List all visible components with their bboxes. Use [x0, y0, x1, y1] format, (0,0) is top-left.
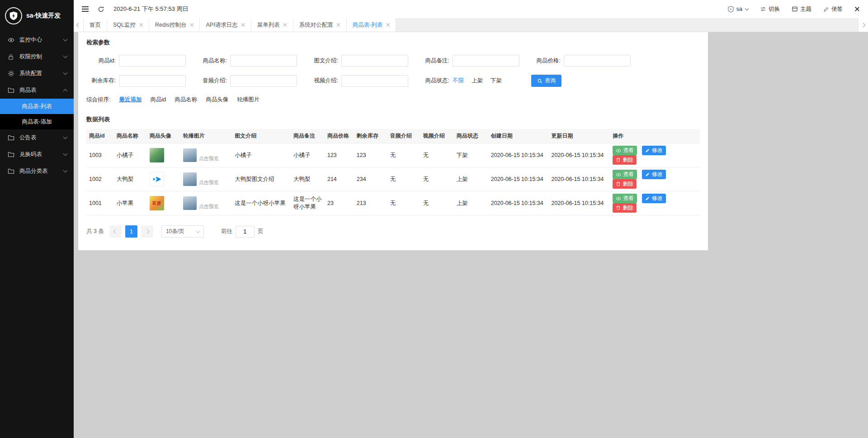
page-size-select[interactable]: 10条/页	[161, 225, 204, 238]
tab-close-icon[interactable]	[337, 23, 340, 27]
carousel-thumbnail-image[interactable]	[183, 172, 197, 186]
tab-redis-console[interactable]: Redis控制台	[149, 18, 200, 32]
menu-collapse-icon[interactable]	[82, 6, 89, 12]
page-number-button[interactable]: 1	[125, 225, 137, 238]
sort-option-avatar[interactable]: 商品头像	[206, 96, 228, 104]
tab-label: 首页	[90, 21, 101, 29]
tab-close-icon[interactable]	[283, 23, 287, 27]
sort-option-product-name[interactable]: 商品名称	[175, 96, 197, 104]
status-option-unlimited[interactable]: 不限	[453, 77, 464, 85]
goto-page-input[interactable]	[236, 226, 255, 238]
remark-input[interactable]	[453, 55, 519, 67]
chevron-down-icon	[63, 54, 68, 58]
product-avatar-image[interactable]: 百货	[150, 196, 164, 210]
tab-api-log[interactable]: API请求日志	[200, 18, 251, 32]
app-logo[interactable]: sa-快速开发	[0, 0, 74, 32]
product-id-input[interactable]	[119, 55, 186, 67]
price-input[interactable]	[564, 55, 631, 67]
prev-page-button[interactable]	[109, 225, 122, 238]
delete-button[interactable]: 删除	[613, 155, 637, 165]
field-label: 商品备注:	[420, 57, 453, 65]
sort-option-product-id[interactable]: 商品id	[150, 96, 166, 104]
tab-goods-list[interactable]: 商品表-列表	[347, 18, 396, 32]
video-intro-input[interactable]	[341, 75, 408, 87]
tab-close-icon[interactable]	[139, 23, 143, 27]
field-label: 商品状态:	[420, 77, 453, 85]
memo-button[interactable]: 便签	[823, 5, 843, 13]
col-price: 商品价格	[325, 129, 354, 143]
col-product-id: 商品id	[86, 129, 114, 143]
switch-button[interactable]: 切换	[760, 5, 780, 13]
field-label: 视频介绍:	[309, 77, 341, 85]
preview-link[interactable]: 点击预览	[199, 179, 219, 186]
theme-icon	[792, 6, 798, 12]
view-button[interactable]: 查看	[613, 170, 637, 179]
audio-intro-input[interactable]	[230, 75, 297, 87]
sort-option-recent[interactable]: 最近添加	[119, 96, 142, 104]
view-button[interactable]: 查看	[613, 194, 637, 203]
tab-menu-list[interactable]: 菜单列表	[251, 18, 293, 32]
product-avatar-image[interactable]	[150, 148, 164, 162]
edit-button-label: 修改	[652, 147, 663, 154]
switch-label: 切换	[769, 5, 780, 13]
sidebar-item-goods-category-table[interactable]: 商品分类表	[0, 163, 74, 180]
delete-button[interactable]: 删除	[613, 203, 637, 213]
tab-close-icon[interactable]	[190, 23, 193, 27]
carousel-thumbnail-image[interactable]	[183, 148, 197, 162]
query-button[interactable]: 查询	[531, 75, 561, 87]
stock-input[interactable]	[119, 75, 186, 87]
cell-remark: 大鸭梨	[291, 167, 325, 191]
sidebar-item-redeem-table[interactable]: 兑换码表	[0, 146, 74, 163]
product-name-input[interactable]	[230, 55, 297, 67]
tab-home[interactable]: 首页	[84, 18, 107, 32]
view-button-label: 查看	[623, 171, 634, 178]
sort-label: 综合排序:	[86, 96, 110, 104]
tab-system-public-config[interactable]: 系统对公配置	[293, 18, 347, 32]
tabs-scroll-left-button[interactable]	[74, 18, 84, 32]
sidebar-item-system-config[interactable]: 系统配置	[0, 65, 74, 82]
close-icon[interactable]	[854, 6, 860, 12]
pencil-icon	[645, 172, 650, 177]
sort-option-carousel[interactable]: 轮播图片	[237, 96, 259, 104]
sidebar-item-permission[interactable]: 权限控制	[0, 48, 74, 65]
sidebar-item-monitor[interactable]: 监控中心	[0, 32, 74, 48]
preview-link[interactable]: 点击预览	[199, 203, 219, 210]
tab-close-icon[interactable]	[386, 23, 390, 27]
tab-label: SQL监控	[113, 21, 136, 29]
table-header-row: 商品id 商品名称 商品头像 轮播图片 图文介绍 商品备注 商品价格 剩余库存 …	[86, 129, 700, 143]
sidebar-item-label: 商品分类表	[19, 167, 64, 175]
col-audio: 音频介绍	[387, 129, 420, 143]
sidebar-item-notice-table[interactable]: 公告表	[0, 129, 74, 146]
tab-sql-monitor[interactable]: SQL监控	[107, 18, 149, 32]
product-avatar-image[interactable]	[150, 172, 164, 186]
chevron-down-icon	[63, 135, 68, 139]
theme-button[interactable]: 主题	[792, 5, 811, 13]
view-button[interactable]: 查看	[613, 146, 637, 155]
col-avatar: 商品头像	[147, 129, 180, 143]
shield-logo-icon	[5, 7, 22, 24]
status-option-on-shelf[interactable]: 上架	[472, 77, 483, 85]
sidebar-subitem-goods-list[interactable]: 商品表-列表	[0, 99, 74, 114]
tab-close-icon[interactable]	[241, 23, 245, 27]
status-option-off-shelf[interactable]: 下架	[491, 77, 502, 85]
sidebar-item-goods-table[interactable]: 商品表	[0, 82, 74, 99]
edit-button[interactable]: 修改	[642, 194, 666, 203]
avatar-label: 百货	[152, 200, 161, 206]
preview-link[interactable]: 点击预览	[199, 155, 219, 162]
tabs-scroll-right-button[interactable]	[858, 18, 868, 32]
sidebar-subitem-goods-add[interactable]: 商品表-添加	[0, 114, 74, 129]
edit-button[interactable]: 修改	[642, 170, 666, 179]
field-remark: 商品备注:	[420, 55, 531, 67]
user-menu[interactable]: sa	[727, 6, 748, 13]
edit-button[interactable]: 修改	[642, 146, 666, 155]
intro-input[interactable]	[341, 55, 408, 67]
refresh-icon[interactable]	[98, 6, 104, 13]
next-page-button[interactable]	[141, 225, 153, 238]
search-section-title: 检索参数	[86, 38, 700, 47]
carousel-thumbnail-image[interactable]	[183, 196, 197, 210]
delete-button-label: 删除	[623, 180, 633, 188]
col-update-date: 更新日期	[548, 129, 610, 143]
delete-button[interactable]: 删除	[613, 179, 637, 189]
sidebar-item-label: 兑换码表	[19, 151, 64, 158]
cell-update-date: 2020-06-15 10:15:34	[548, 191, 610, 215]
